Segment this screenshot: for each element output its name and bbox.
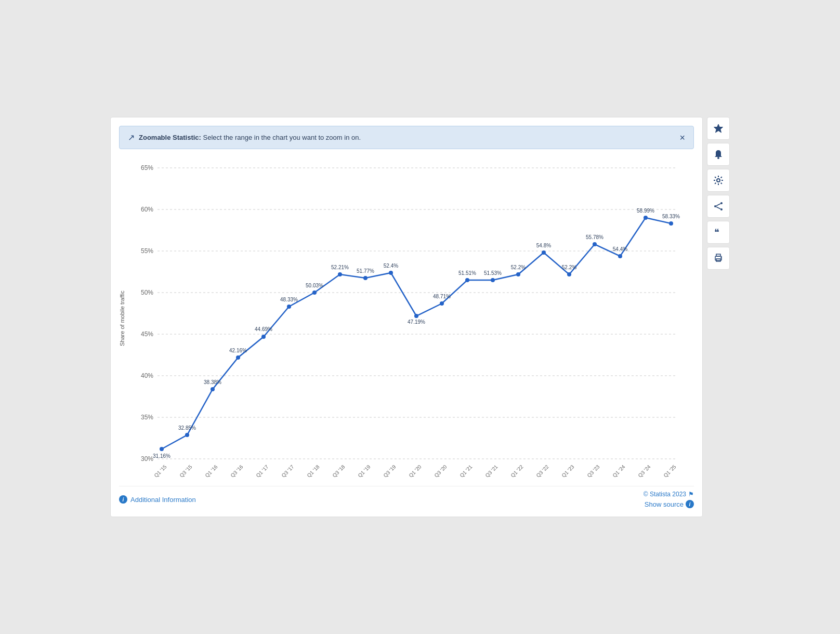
svg-text:55.78%: 55.78% xyxy=(586,234,603,240)
data-point xyxy=(185,433,189,437)
chart-area: Share of mobile traffic 65% xyxy=(119,157,694,480)
chart-container: ↗ Zoomable Statistic: Select the range i… xyxy=(110,117,703,517)
data-point xyxy=(669,221,673,226)
show-source-button[interactable]: Show source i xyxy=(645,500,694,508)
data-point xyxy=(440,301,444,306)
svg-line-65 xyxy=(716,207,720,209)
zoom-banner-left: ↗ Zoomable Statistic: Select the range i… xyxy=(128,133,361,142)
svg-text:Q1 '20: Q1 '20 xyxy=(408,464,423,479)
data-point xyxy=(160,447,164,451)
data-point xyxy=(211,387,215,391)
svg-text:51.77%: 51.77% xyxy=(357,268,374,274)
data-point xyxy=(287,305,291,309)
info-icon: i xyxy=(119,495,127,504)
svg-text:Q3 '18: Q3 '18 xyxy=(331,464,346,479)
svg-text:30%: 30% xyxy=(141,455,153,463)
data-point xyxy=(542,250,546,255)
sidebar: ❝ xyxy=(707,117,730,270)
svg-text:52.4%: 52.4% xyxy=(384,263,398,269)
svg-text:Q3 '15: Q3 '15 xyxy=(178,464,193,479)
svg-text:40%: 40% xyxy=(141,372,153,379)
svg-text:Q1 '25: Q1 '25 xyxy=(662,464,677,479)
svg-marker-58 xyxy=(714,124,723,133)
zoom-icon: ↗ xyxy=(128,133,135,142)
svg-point-62 xyxy=(714,205,716,207)
svg-text:Q3 '17: Q3 '17 xyxy=(280,464,295,479)
zoom-close-button[interactable]: × xyxy=(679,133,685,142)
svg-text:Q3 '16: Q3 '16 xyxy=(229,464,244,479)
svg-text:38.38%: 38.38% xyxy=(204,379,221,385)
svg-text:Q3 '20: Q3 '20 xyxy=(433,464,448,479)
notification-button[interactable] xyxy=(707,143,730,166)
share-icon xyxy=(713,201,724,212)
svg-text:50.03%: 50.03% xyxy=(306,283,323,288)
svg-text:55%: 55% xyxy=(141,247,153,255)
svg-point-60 xyxy=(717,179,720,182)
svg-text:47.19%: 47.19% xyxy=(408,319,425,325)
favorite-button[interactable] xyxy=(707,117,730,140)
svg-text:Q3 '22: Q3 '22 xyxy=(535,464,550,479)
data-point xyxy=(644,216,648,220)
bell-icon xyxy=(713,149,724,160)
zoom-desc: Select the range in the chart you want t… xyxy=(201,134,361,141)
svg-text:❝: ❝ xyxy=(714,227,719,237)
y-axis-label: Share of mobile traffic xyxy=(119,157,128,480)
star-icon xyxy=(713,123,724,134)
svg-text:Q1 '17: Q1 '17 xyxy=(255,464,270,479)
print-button[interactable] xyxy=(707,247,730,270)
data-point xyxy=(516,272,520,276)
svg-text:Q3 '21: Q3 '21 xyxy=(484,464,499,479)
svg-text:31.16%: 31.16% xyxy=(153,453,170,459)
svg-text:Q1 '24: Q1 '24 xyxy=(611,464,626,479)
flag-icon: ⚑ xyxy=(688,491,694,498)
cite-button[interactable]: ❝ xyxy=(707,221,730,244)
additional-info-button[interactable]: i Additional Information xyxy=(119,495,196,504)
chart-inner: 65% 60% 55% 50% 45% 40% 35% 30% xyxy=(130,157,694,480)
data-point xyxy=(618,254,622,258)
svg-text:65%: 65% xyxy=(141,164,153,171)
svg-text:32.85%: 32.85% xyxy=(178,425,196,431)
svg-text:Q1 '22: Q1 '22 xyxy=(509,464,524,479)
page-wrapper: ↗ Zoomable Statistic: Select the range i… xyxy=(110,117,730,517)
svg-text:48.33%: 48.33% xyxy=(280,297,298,302)
additional-info-label: Additional Information xyxy=(130,496,196,504)
svg-line-64 xyxy=(716,204,720,206)
svg-text:Q3 '23: Q3 '23 xyxy=(586,464,601,479)
svg-text:58.33%: 58.33% xyxy=(662,214,680,219)
svg-text:60%: 60% xyxy=(141,206,153,213)
data-point xyxy=(236,355,240,360)
svg-text:Q3 '19: Q3 '19 xyxy=(382,464,397,479)
svg-text:54.8%: 54.8% xyxy=(536,243,551,248)
svg-text:Q3 '24: Q3 '24 xyxy=(637,464,652,479)
source-info-icon: i xyxy=(686,500,694,508)
svg-text:52.2%: 52.2% xyxy=(562,265,576,270)
svg-rect-68 xyxy=(716,254,720,256)
data-point xyxy=(389,271,393,275)
share-button[interactable] xyxy=(707,195,730,218)
data-point xyxy=(363,276,368,280)
svg-point-59 xyxy=(717,157,719,159)
svg-text:Q1 '18: Q1 '18 xyxy=(306,464,321,479)
data-point xyxy=(593,242,597,246)
data-point xyxy=(414,314,418,318)
svg-text:Q1 '21: Q1 '21 xyxy=(458,464,474,479)
print-icon xyxy=(713,253,724,263)
quote-icon: ❝ xyxy=(713,227,724,237)
show-source-label: Show source xyxy=(645,500,684,508)
svg-text:45%: 45% xyxy=(141,331,153,338)
settings-button[interactable] xyxy=(707,169,730,192)
statista-credit: © Statista 2023 ⚑ xyxy=(644,491,694,498)
data-point xyxy=(465,278,469,282)
svg-text:48.71%: 48.71% xyxy=(433,294,451,299)
svg-text:50%: 50% xyxy=(141,289,153,296)
svg-text:Q1 '19: Q1 '19 xyxy=(357,464,372,479)
svg-point-63 xyxy=(720,208,723,210)
svg-text:51.51%: 51.51% xyxy=(458,270,476,276)
data-point xyxy=(312,290,317,295)
svg-text:51.53%: 51.53% xyxy=(484,270,502,276)
chart-footer: i Additional Information © Statista 2023… xyxy=(119,486,694,508)
data-point xyxy=(261,335,266,339)
svg-text:58.99%: 58.99% xyxy=(637,208,654,214)
data-point xyxy=(491,278,495,282)
line-chart-svg: 65% 60% 55% 50% 45% 40% 35% 30% xyxy=(130,157,681,480)
